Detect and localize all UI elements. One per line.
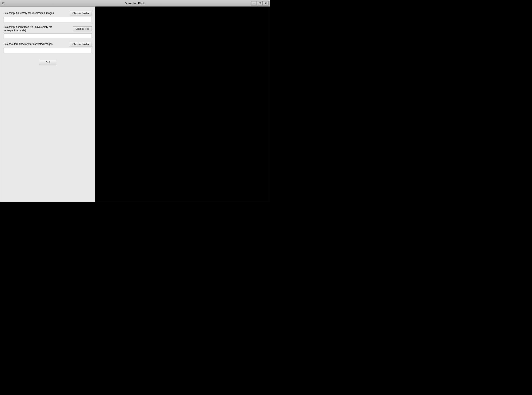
- window-title: Dissection Photo: [125, 2, 145, 5]
- right-panel-black: [95, 6, 270, 202]
- section3-label: Select output directory for corrected im…: [4, 43, 52, 46]
- app-icon: 🛡: [1, 1, 5, 5]
- main-window: 🛡 Dissection Photo — ❐ ✕ Select input di…: [0, 0, 270, 202]
- choose-folder-button-1[interactable]: Choose Folder: [70, 11, 92, 16]
- go-button[interactable]: Go!: [39, 60, 56, 65]
- titlebar-controls: — ❐ ✕: [251, 1, 269, 5]
- section2-label: Select input calibration file (leave emp…: [4, 26, 63, 32]
- choose-file-button[interactable]: Choose File: [73, 26, 92, 31]
- corrected-images-input[interactable]: [4, 48, 92, 53]
- left-panel: Select input directory for uncorrected i…: [0, 6, 95, 202]
- section-corrected-images: Select output directory for corrected im…: [4, 42, 92, 53]
- section-calibration-file: Select input calibration file (leave emp…: [4, 26, 92, 38]
- window-body: Select input directory for uncorrected i…: [0, 6, 270, 202]
- uncorrected-images-input[interactable]: [4, 17, 92, 22]
- titlebar: 🛡 Dissection Photo — ❐ ✕: [0, 0, 270, 6]
- section-uncorrected-images: Select input directory for uncorrected i…: [4, 11, 92, 22]
- section1-header: Select input directory for uncorrected i…: [4, 11, 92, 16]
- go-button-wrapper: Go!: [4, 60, 92, 65]
- section1-label: Select input directory for uncorrected i…: [4, 11, 54, 15]
- close-button[interactable]: ✕: [263, 1, 269, 5]
- section2-header: Select input calibration file (leave emp…: [4, 26, 92, 32]
- restore-button[interactable]: ❐: [257, 1, 263, 5]
- minimize-button[interactable]: —: [251, 1, 257, 5]
- section3-header: Select output directory for corrected im…: [4, 42, 92, 47]
- titlebar-left: 🛡: [1, 1, 5, 5]
- calibration-file-input[interactable]: [4, 33, 92, 38]
- choose-folder-button-2[interactable]: Choose Folder: [70, 42, 92, 47]
